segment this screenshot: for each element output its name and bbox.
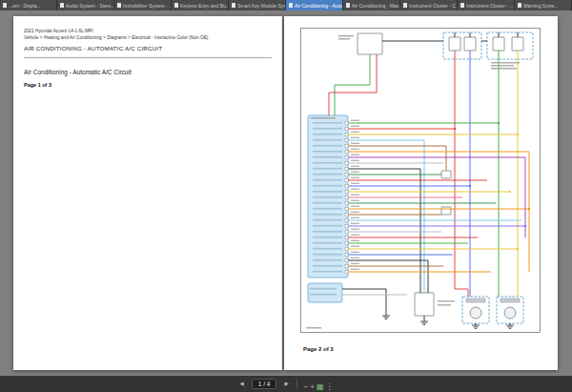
tab-instrument-cluster-c[interactable]: Instrument Cluster - C... <box>400 0 458 10</box>
document-icon <box>60 3 64 8</box>
document-icon <box>289 3 293 8</box>
document-page-2: Page 2 of 3 <box>284 16 558 370</box>
tab-label: Keyless Entry and Bu... <box>180 3 229 9</box>
document-icon <box>346 3 350 8</box>
tab-label: Air Conditioning - Man... <box>352 3 400 9</box>
tab-smart-key-module-sys[interactable]: Smart Key Module Sys... <box>229 0 286 10</box>
previous-page-button[interactable]: ◀ <box>237 382 245 387</box>
tab-em-displa[interactable]: ...em - Displa... <box>0 0 57 10</box>
tab-air-conditioning-auto[interactable]: Air Conditioning - Auto... <box>286 0 343 10</box>
more-options-icon[interactable]: ⋮ <box>325 382 335 391</box>
page-2-label: Page 2 of 3 <box>303 346 334 352</box>
document-icon <box>3 3 7 8</box>
document-title: AIR CONDITIONING - AUTOMATIC A/C CIRCUIT <box>24 45 162 52</box>
tab-label: Smart Key Module Sys... <box>237 3 286 9</box>
tab-air-conditioning-man[interactable]: Air Conditioning - Man... <box>343 0 400 10</box>
tab-instrument-cluster[interactable]: Instrument Cluster - ... <box>458 0 515 10</box>
page-1-label: Page 1 of 3 <box>24 82 51 88</box>
pdf-viewer: 2021 Hyundai Accent L4-1.6L MPI Vehicle … <box>0 10 572 376</box>
tab-label: ...em - Displa... <box>9 3 41 9</box>
document-page-1: 2021 Hyundai Accent L4-1.6L MPI Vehicle … <box>13 16 282 370</box>
tab-label: Audio System - Stere... <box>66 3 114 9</box>
wiring-diagram[interactable] <box>300 28 541 333</box>
document-icon <box>174 3 178 8</box>
next-page-button[interactable]: ▶ <box>282 382 290 387</box>
thumbnail-grid-icon[interactable]: ▦ <box>316 382 325 391</box>
document-icon <box>403 3 407 8</box>
zoom-in-icon[interactable]: + <box>309 382 316 391</box>
document-icon <box>232 3 235 8</box>
tab-label: Instrument Cluster - C... <box>409 3 458 9</box>
tab-keyless-entry-and-bu[interactable]: Keyless Entry and Bu... <box>172 0 229 10</box>
tab-immobilizer-system[interactable]: Immobilizer System - ... <box>114 0 172 10</box>
vehicle-info: 2021 Hyundai Accent L4-1.6L MPI <box>24 29 93 33</box>
toolbar-icons: −+▦⋮ <box>303 376 335 392</box>
tab-audio-system-stere[interactable]: Audio System - Stere... <box>57 0 114 10</box>
tab-label: Warning Syste... <box>523 3 559 9</box>
document-icon <box>518 3 521 8</box>
toolbar-divider <box>296 380 297 388</box>
tab-label: Immobilizer System - ... <box>123 3 172 9</box>
bottom-toolbar: ◀ 1 / 4 ▶ −+▦⋮ <box>0 376 572 392</box>
tab-warning-syste[interactable]: Warning Syste... <box>515 0 572 10</box>
tab-label: Instrument Cluster - ... <box>466 3 513 9</box>
divider <box>24 57 272 58</box>
tab-bar: ...em - Displa...Audio System - Stere...… <box>0 0 572 10</box>
app-window: ...em - Displa...Audio System - Stere...… <box>0 0 572 392</box>
section-title: Air Conditioning - Automatic A/C Circuit <box>24 69 132 75</box>
page-indicator[interactable]: 1 / 4 <box>252 379 277 390</box>
document-icon <box>460 3 464 8</box>
document-icon <box>117 3 121 8</box>
tab-label: Air Conditioning - Auto... <box>295 3 343 9</box>
breadcrumb: Vehicle > Heating and Air Conditioning >… <box>24 35 208 40</box>
